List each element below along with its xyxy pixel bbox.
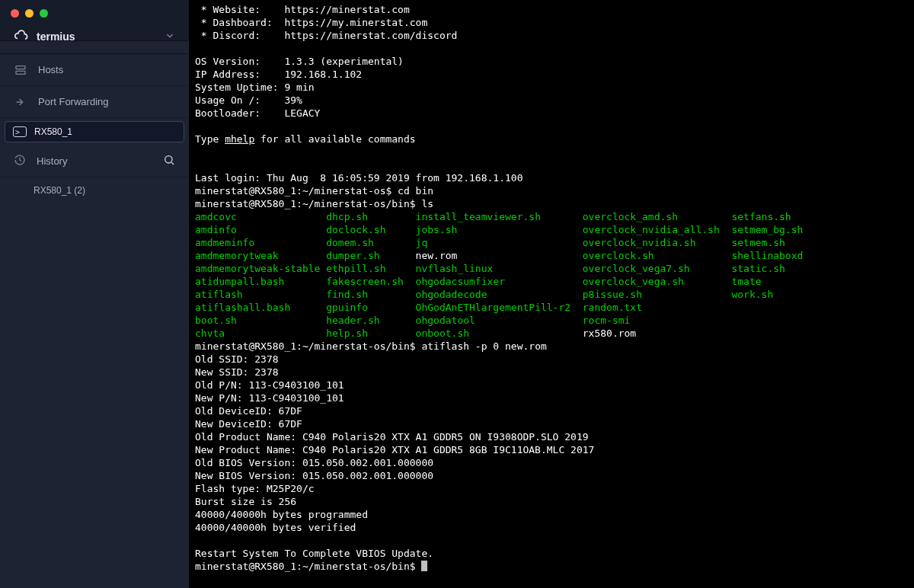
os-version-key: OS Version:: [195, 56, 260, 67]
prompt-2: minerstat@RX580_1:~/minerstat-os/bin$: [195, 198, 421, 209]
cmd-3: atiflash -p 0 new.rom: [421, 340, 546, 352]
ip-key: IP Address:: [195, 69, 260, 80]
chevron-down-icon: [165, 30, 175, 43]
last-login: Last login: Thu Aug 8 16:05:59 2019 from…: [195, 172, 523, 184]
terminal-icon: >_: [13, 126, 27, 137]
help-post: for all available commands: [254, 133, 415, 145]
minimize-window-button[interactable]: [25, 9, 34, 18]
nav-hosts-label: Hosts: [38, 64, 63, 75]
usage-key: Usage On /:: [195, 94, 260, 106]
banner-website-key: * Website:: [195, 4, 260, 15]
help-pre: Type: [195, 133, 225, 145]
help-cmd: mhelp: [225, 133, 254, 145]
svg-rect-0: [16, 66, 25, 69]
session-tab-label: RX580_1: [34, 126, 72, 137]
bootloader-key: Bootloader:: [195, 107, 260, 119]
ls-output: amdcovc dhcp.sh install_teamviewer.sh ov…: [195, 211, 815, 339]
atiflash-output: Old SSID: 2378 New SSID: 2378 Old P/N: 1…: [195, 353, 594, 559]
port-forwarding-icon: [14, 95, 27, 109]
banner-discord-key: * Discord:: [195, 30, 260, 41]
history-icon: [14, 154, 26, 168]
cmd-1: cd bin: [398, 185, 433, 197]
ip-val: 192.168.1.102: [284, 69, 362, 80]
history-item[interactable]: RX580_1 (2): [0, 177, 189, 203]
terminal-cursor: [421, 561, 427, 571]
banner-dashboard-key: * Dashboard:: [195, 17, 273, 28]
uptime-key: System Uptime:: [195, 81, 279, 93]
window-controls: [11, 9, 48, 18]
hosts-icon: [14, 63, 27, 77]
nav-port-forwarding[interactable]: Port Forwarding: [0, 86, 189, 118]
nav-history-label: History: [37, 155, 152, 167]
brand-logo-icon: [14, 29, 29, 44]
search-icon[interactable]: [163, 154, 175, 168]
prompt-1: minerstat@RX580_1:~/minerstat-os$: [195, 185, 398, 197]
cmd-2: ls: [421, 198, 433, 209]
prompt-end: minerstat@RX580_1:~/minerstat-os/bin$: [195, 561, 421, 572]
terminal-output[interactable]: * Website: https://minerstat.com * Dashb…: [189, 0, 914, 588]
nav-history[interactable]: History: [0, 145, 189, 177]
uptime-val: 9 min: [284, 81, 314, 93]
session-tab[interactable]: >_ RX580_1: [5, 121, 184, 142]
svg-point-2: [165, 156, 172, 163]
banner-website-val: https://minerstat.com: [284, 4, 409, 15]
brand-name: termius: [37, 30, 157, 43]
close-window-button[interactable]: [11, 9, 19, 18]
svg-rect-1: [16, 71, 25, 74]
os-version-val: 1.3.3 (experimental): [284, 56, 404, 67]
usage-val: 39%: [284, 94, 302, 106]
nav-hosts[interactable]: Hosts: [0, 54, 189, 86]
prompt-3: minerstat@RX580_1:~/minerstat-os/bin$: [195, 340, 421, 352]
sidebar: termius Hosts Port Forwarding >_ RX580_1: [0, 0, 189, 588]
bootloader-val: LEGACY: [284, 107, 320, 119]
zoom-window-button[interactable]: [40, 9, 48, 18]
nav-port-forwarding-label: Port Forwarding: [38, 96, 108, 107]
banner-discord-val: https://minerstat.com/discord: [284, 30, 457, 41]
brand-menu[interactable]: termius: [0, 29, 189, 54]
banner-dashboard-val: https://my.minerstat.com: [284, 17, 427, 28]
